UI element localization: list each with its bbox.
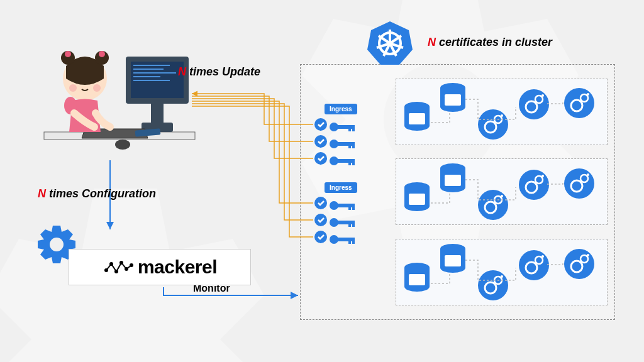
database-icon: [438, 82, 467, 113]
svg-point-21: [314, 152, 327, 165]
svg-point-84: [587, 173, 589, 176]
svg-rect-71: [445, 177, 461, 186]
svg-point-37: [330, 235, 338, 244]
cert-icon: [313, 151, 364, 170]
pod-icon: [563, 248, 596, 280]
svg-point-127: [93, 84, 101, 92]
svg-rect-23: [337, 159, 355, 163]
svg-rect-38: [337, 238, 355, 241]
svg-rect-44: [409, 116, 425, 124]
svg-rect-28: [337, 204, 355, 207]
svg-rect-29: [348, 204, 351, 210]
svg-point-81: [564, 168, 594, 199]
svg-rect-50: [445, 94, 461, 98]
update-label: N times Update: [178, 65, 260, 79]
svg-rect-25: [352, 159, 355, 165]
ingress-badge-2: Ingress: [325, 182, 357, 193]
svg-point-22: [330, 156, 338, 165]
svg-point-123: [99, 51, 105, 57]
svg-rect-39: [348, 238, 351, 244]
svg-rect-40: [352, 238, 355, 244]
svg-point-54: [501, 114, 503, 117]
database-icon: [402, 181, 431, 212]
svg-rect-89: [409, 274, 425, 278]
svg-rect-30: [352, 204, 355, 210]
cluster-label: N certificates in cluster: [428, 36, 552, 49]
svg-rect-33: [337, 221, 355, 224]
svg-rect-15: [352, 125, 355, 131]
svg-point-76: [501, 195, 503, 197]
svg-point-27: [330, 201, 338, 210]
svg-rect-72: [445, 175, 461, 178]
svg-point-98: [501, 275, 503, 278]
svg-point-17: [330, 140, 338, 148]
pod-icon: [477, 189, 509, 221]
pod-icon: [518, 168, 550, 201]
svg-point-117: [115, 140, 130, 150]
cert-icon: [313, 195, 364, 214]
svg-point-16: [314, 135, 327, 148]
cert-icon: [313, 229, 364, 248]
pod-icon: [518, 249, 550, 282]
svg-point-59: [564, 88, 594, 118]
svg-rect-24: [348, 159, 351, 165]
svg-rect-66: [409, 196, 425, 205]
svg-point-125: [89, 80, 92, 84]
svg-point-80: [541, 175, 544, 177]
svg-point-26: [314, 197, 327, 209]
mackerel-label: mackerel: [138, 256, 217, 278]
svg-point-36: [314, 231, 327, 243]
svg-point-73: [478, 190, 508, 220]
svg-rect-35: [352, 221, 355, 227]
svg-point-55: [519, 89, 549, 119]
svg-rect-88: [409, 277, 425, 285]
svg-point-11: [314, 118, 327, 131]
svg-point-99: [519, 250, 549, 280]
svg-point-77: [519, 170, 549, 200]
svg-rect-18: [337, 142, 355, 146]
pod-icon: [563, 167, 596, 200]
svg-rect-49: [445, 97, 461, 106]
svg-rect-94: [445, 255, 461, 259]
pod-icon: [477, 269, 509, 302]
svg-rect-14: [348, 125, 351, 131]
svg-rect-13: [337, 125, 355, 129]
svg-point-129: [50, 238, 64, 251]
svg-point-122: [65, 51, 71, 57]
svg-point-31: [314, 214, 327, 226]
svg-rect-67: [409, 194, 425, 197]
pod-icon: [518, 88, 550, 121]
svg-rect-20: [352, 142, 355, 148]
cert-icon: [313, 134, 364, 153]
svg-point-12: [330, 123, 338, 131]
svg-point-103: [564, 249, 594, 279]
pod-icon: [563, 87, 596, 119]
cert-icon: [313, 212, 364, 231]
pod-icon: [477, 108, 509, 141]
database-icon: [438, 243, 467, 274]
svg-point-58: [541, 94, 544, 97]
cert-icon: [313, 117, 364, 136]
svg-point-32: [330, 218, 338, 227]
svg-point-62: [587, 93, 589, 96]
svg-point-51: [478, 109, 508, 140]
svg-point-126: [69, 84, 77, 92]
svg-point-124: [77, 80, 81, 84]
kubernetes-icon: [367, 19, 414, 67]
ingress-badge-1: Ingress: [325, 104, 357, 114]
svg-rect-19: [348, 142, 351, 148]
mackerel-logo-icon: [103, 258, 134, 277]
svg-point-106: [587, 254, 589, 256]
svg-rect-115: [151, 104, 164, 123]
operator-illustration: [38, 31, 201, 157]
svg-point-102: [541, 255, 544, 258]
database-icon: [402, 101, 431, 132]
svg-rect-93: [445, 258, 461, 266]
database-icon: [438, 162, 467, 194]
svg-rect-45: [409, 113, 425, 117]
svg-point-95: [478, 270, 508, 300]
svg-rect-34: [348, 221, 351, 227]
database-icon: [402, 261, 431, 293]
mackerel-box: mackerel: [69, 249, 251, 285]
config-label: N times Configuration: [38, 187, 156, 200]
